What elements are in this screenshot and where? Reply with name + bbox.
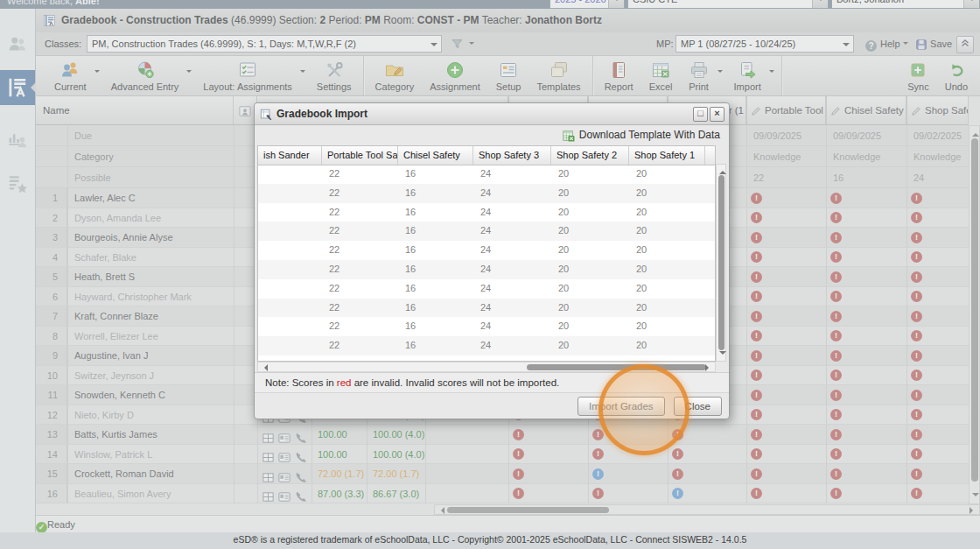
import-cell: 20 (629, 299, 705, 318)
import-column-header[interactable]: Shop Safety 3 (473, 146, 551, 165)
import-cell: 16 (398, 222, 473, 241)
import-cell: 24 (473, 241, 551, 260)
import-column-header[interactable]: Portable Tool Safety (322, 146, 398, 165)
import-cell: 24 (473, 317, 551, 336)
dialog-title: Gradebook Import (276, 108, 368, 120)
import-table-row: 2216242020 (258, 355, 715, 362)
import-cell (258, 260, 322, 279)
import-table-row: 2216242020 (258, 317, 715, 336)
import-column-header[interactable]: Chisel Safety (398, 146, 473, 165)
import-cell: 16 (398, 260, 473, 279)
scroll-thumb[interactable] (718, 175, 724, 350)
import-cell: 16 (398, 336, 473, 355)
import-cell: 20 (629, 222, 705, 241)
note-text: red (337, 377, 352, 388)
import-cell: 24 (473, 336, 551, 355)
import-cell (258, 222, 322, 241)
import-cell: 22 (322, 241, 398, 260)
import-cell: 22 (322, 260, 398, 279)
import-cell: 16 (398, 299, 473, 318)
import-table-row: 2216242020 (258, 260, 715, 279)
import-cell: 22 (322, 184, 398, 203)
import-cell: 22 (322, 355, 398, 362)
import-table-row: 2216242020 (258, 241, 715, 260)
import-cell: 16 (398, 355, 473, 362)
scroll-left-arrow[interactable] (261, 364, 268, 371)
import-cell: 20 (629, 355, 705, 362)
import-preview-table: ish SanderPortable Tool SafetyChisel Saf… (257, 145, 716, 362)
import-cell: 20 (551, 336, 629, 355)
highlight-annotation (598, 364, 690, 455)
import-cell: 20 (629, 279, 705, 299)
import-cell: 22 (322, 165, 398, 184)
import-cell: 22 (322, 203, 398, 222)
import-cell: 20 (551, 203, 629, 222)
import-cell: 24 (473, 260, 551, 279)
gradebook-app: Welcome back, Abie! 2025 - 2026 CSIU CTE… (0, 0, 980, 549)
import-cell: 20 (629, 241, 705, 260)
dialog-vertical-scrollbar[interactable] (716, 164, 726, 362)
scroll-down-arrow[interactable] (719, 351, 726, 358)
import-cell: 16 (398, 165, 473, 184)
note-text: Note: Scores in (265, 377, 337, 388)
import-cell: 16 (398, 184, 473, 203)
import-grid-icon (260, 109, 272, 121)
import-table-row: 2216242020 (258, 184, 715, 203)
import-cell: 16 (398, 279, 473, 299)
import-cell: 20 (551, 260, 629, 279)
import-cell (258, 317, 322, 336)
import-table-row: 2216242020 (258, 165, 715, 184)
import-table-row: 2216242020 (258, 222, 715, 241)
import-cell (258, 203, 322, 222)
import-cell: 16 (398, 317, 473, 336)
import-cell: 22 (322, 317, 398, 336)
import-cell: 16 (398, 203, 473, 222)
import-cell: 20 (551, 241, 629, 260)
import-column-header[interactable]: ish Sander (258, 146, 322, 165)
import-column-header[interactable]: Shop Safety 1 (629, 146, 705, 165)
app-footer: eSD® is a registered trademark of eSchoo… (0, 532, 980, 549)
import-cell (258, 241, 322, 260)
maximize-button[interactable]: □ (693, 107, 708, 122)
footer-text: eSD® is a registered trademark of eSchoo… (234, 534, 747, 545)
scroll-thumb[interactable] (527, 364, 706, 370)
import-column-header[interactable]: Shop Safety 2 (551, 146, 629, 165)
close-icon[interactable]: × (710, 107, 724, 122)
import-cell: 24 (473, 355, 551, 362)
import-cell (258, 355, 322, 362)
import-table-header: ish SanderPortable Tool SafetyChisel Saf… (258, 146, 715, 165)
import-cell (258, 336, 322, 355)
import-cell (258, 184, 322, 203)
import-cell: 22 (322, 336, 398, 355)
import-cell (258, 299, 322, 318)
import-cell: 22 (322, 279, 398, 299)
dialog-title-bar[interactable]: Gradebook Import □ × (255, 103, 729, 125)
import-cell: 20 (629, 336, 705, 355)
import-cell: 24 (473, 299, 551, 318)
import-table-row: 2216242020 (258, 336, 715, 355)
import-cell (258, 279, 322, 299)
import-cell: 20 (629, 260, 705, 279)
import-cell: 24 (473, 222, 551, 241)
import-cell: 24 (473, 184, 551, 203)
import-cell: 20 (551, 299, 629, 318)
import-cell (258, 165, 322, 184)
import-table-row: 2216242020 (258, 203, 715, 222)
import-cell: 20 (551, 184, 629, 203)
import-cell: 20 (551, 279, 629, 299)
import-cell: 20 (551, 317, 629, 336)
import-cell: 20 (551, 165, 629, 184)
import-cell: 22 (322, 222, 398, 241)
import-cell: 24 (473, 279, 551, 299)
import-table-row: 2216242020 (258, 279, 715, 299)
scroll-up-arrow[interactable] (719, 167, 726, 174)
download-template-link[interactable]: Download Template With Data (562, 126, 720, 144)
import-cell: 22 (322, 299, 398, 318)
import-cell: 24 (473, 165, 551, 184)
import-cell: 20 (629, 184, 705, 203)
import-cell: 20 (629, 165, 705, 184)
import-cell: 24 (473, 203, 551, 222)
import-cell: 20 (629, 317, 705, 336)
scroll-right-arrow[interactable] (705, 364, 712, 371)
track[interactable] (716, 164, 726, 362)
